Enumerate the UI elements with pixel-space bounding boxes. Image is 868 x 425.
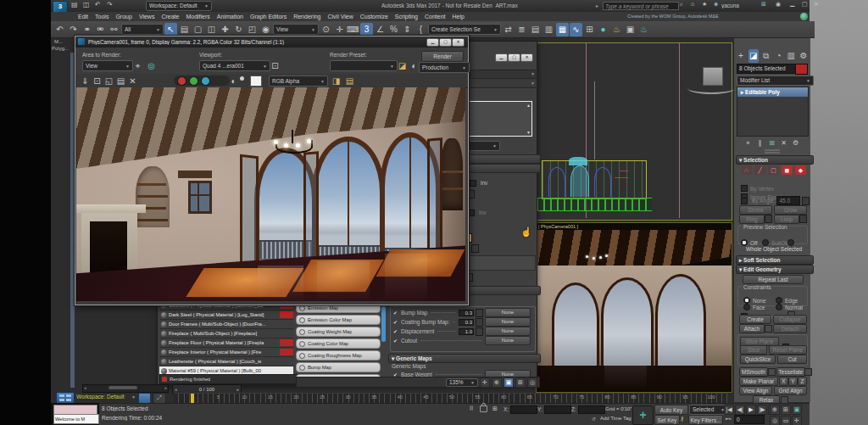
- viewport-label[interactable]: [ PhysCamera001 ]: [538, 224, 615, 229]
- use-pivot-center-icon[interactable]: ⊙: [320, 23, 332, 36]
- viewport-dropdown[interactable]: Quad 4 ...era001▼: [199, 60, 270, 71]
- show-end-result-icon[interactable]: ∥: [756, 138, 765, 148]
- render-setup-icon[interactable]: ♨: [610, 23, 623, 36]
- menu-item[interactable]: Views: [136, 12, 159, 21]
- rfw-close-button[interactable]: ✕: [452, 38, 465, 47]
- copy-image-icon[interactable]: ⊡: [91, 75, 103, 88]
- pin-stack-icon[interactable]: ⌖: [744, 138, 753, 148]
- subobject-polygon-icon[interactable]: ◼: [782, 165, 793, 175]
- modifier-stack[interactable]: ▸ Editable Poly: [737, 87, 809, 137]
- panel-divider-handle[interactable]: [765, 149, 780, 151]
- msmooth-button[interactable]: MSmooth: [739, 367, 768, 377]
- render-button[interactable]: Render: [421, 51, 464, 62]
- alpha-channel-icon[interactable]: [240, 76, 244, 81]
- make-planar-x-button[interactable]: X: [779, 377, 788, 386]
- green-channel-icon[interactable]: [189, 76, 198, 86]
- set-key-button[interactable]: Set Key: [654, 415, 680, 425]
- named-selection-sets-icon[interactable]: {: [415, 23, 427, 36]
- 3ds-max-logo-icon[interactable]: 3: [53, 1, 68, 13]
- select-and-place-icon[interactable]: ◉: [259, 23, 272, 36]
- repeat-last-button[interactable]: Repeat Last: [743, 275, 804, 284]
- ribbon-toggle-icon[interactable]: ▦: [556, 23, 569, 36]
- time-tag-icon[interactable]: ↺: [592, 416, 596, 422]
- chevron-down-icon[interactable]: ▼: [531, 81, 535, 86]
- key-filters-button[interactable]: Key Filters...: [688, 415, 723, 425]
- maxscript-listener-line[interactable]: Welcome to M: [53, 414, 99, 424]
- menu-item[interactable]: Animation: [214, 12, 247, 21]
- search-icon[interactable]: ⌕: [680, 1, 683, 8]
- loop-spinner[interactable]: [799, 215, 807, 223]
- tab-create-icon[interactable]: +: [736, 49, 746, 63]
- configure-modifier-sets-icon[interactable]: ⚙: [792, 138, 800, 148]
- map-amount-value[interactable]: 0.3: [459, 319, 474, 326]
- map-enabled-checkbox[interactable]: ✔: [393, 338, 399, 344]
- tab-utilities-icon[interactable]: ⚙: [798, 49, 809, 63]
- map-enabled-checkbox[interactable]: ✔: [393, 328, 399, 334]
- ribbon-tab-polygon[interactable]: Polyg...: [52, 46, 74, 51]
- quickslice-button[interactable]: QuickSlice: [740, 355, 776, 364]
- tab-display-icon[interactable]: ▥: [786, 49, 796, 63]
- blue-channel-icon[interactable]: [201, 76, 210, 86]
- node-socket-icon[interactable]: [299, 317, 305, 323]
- object-name-field[interactable]: 8 Objects Selected: [737, 64, 796, 74]
- play-icon[interactable]: ▶: [746, 405, 756, 415]
- lock-icon[interactable]: [480, 405, 487, 412]
- open-file-icon[interactable]: ▤: [71, 1, 78, 8]
- pan-icon[interactable]: ✛: [480, 377, 490, 388]
- viewport-camera-shaded[interactable]: [ PhysCamera001 ]: [536, 222, 732, 393]
- workspace-status-label[interactable]: Workspace: Default: [76, 394, 132, 400]
- window-layout-icon[interactable]: [56, 392, 75, 404]
- node-view-scrollbar[interactable]: [381, 306, 386, 342]
- monochrome-icon[interactable]: ◖: [226, 75, 239, 88]
- rollout-soft-selection[interactable]: ▸ Soft Selection: [736, 255, 814, 265]
- zoom-region-icon[interactable]: ▣: [504, 377, 514, 388]
- by-angle-value[interactable]: 45.0: [776, 196, 800, 205]
- menu-item[interactable]: Scripting: [392, 12, 421, 21]
- make-unique-icon[interactable]: ⊞: [768, 138, 776, 148]
- scroll-left-icon[interactable]: ◂: [84, 385, 86, 390]
- inv-checkbox[interactable]: [468, 210, 475, 216]
- menu-item[interactable]: Edit: [75, 12, 92, 21]
- go-to-start-icon[interactable]: |◀: [724, 405, 734, 415]
- layer-explorer-icon[interactable]: ▥: [542, 23, 555, 36]
- cut-button[interactable]: Cut: [777, 355, 807, 364]
- menu-item[interactable]: Create: [158, 12, 182, 21]
- menu-item[interactable]: Tools: [92, 12, 112, 21]
- rollout-edit-geometry[interactable]: ▾ Edit Geometry: [736, 265, 814, 274]
- material-browser-row[interactable]: Fireplace ( Multi/Sub-Object ) [Fireplac…: [159, 329, 293, 338]
- tab-hierarchy-icon[interactable]: ⧉: [761, 49, 771, 63]
- menu-item[interactable]: Civil View: [324, 12, 356, 21]
- print-image-icon[interactable]: ▤: [114, 75, 127, 88]
- previous-frame-icon[interactable]: ◀|: [735, 405, 745, 415]
- scrollbar-thumb[interactable]: [108, 386, 137, 389]
- tab-motion-icon[interactable]: ◔: [774, 49, 784, 63]
- background-color-swatch[interactable]: [250, 75, 262, 87]
- material-browser-row[interactable]: Leatherette ( Physical Material ) [Couch…: [159, 357, 293, 366]
- ribbon-tab-modeling[interactable]: M...: [54, 39, 73, 44]
- zoom-extents-all-icon[interactable]: ◎: [770, 416, 780, 425]
- by-angle-checkbox[interactable]: [741, 198, 748, 204]
- clear-image-icon[interactable]: ✕: [126, 75, 139, 88]
- current-frame-field[interactable]: 0: [734, 415, 765, 424]
- subobject-border-icon[interactable]: ▢: [768, 165, 779, 175]
- node-socket-icon[interactable]: [299, 305, 305, 311]
- set-key-icon[interactable]: ⚷: [680, 416, 684, 422]
- material-browser-row[interactable]: Fireplace Interior ( Physical Material )…: [159, 348, 293, 357]
- zoom-selected-icon[interactable]: ◎: [527, 377, 537, 388]
- rfw-maximize-button[interactable]: ▢: [439, 38, 452, 47]
- stack-item-editable-poly[interactable]: ▸ Editable Poly: [737, 87, 808, 97]
- minimize-button[interactable]: ▁: [790, 0, 794, 7]
- area-to-render-dropdown[interactable]: View▼: [82, 60, 133, 71]
- map-none-button[interactable]: None: [485, 308, 531, 317]
- slate-maximize-button[interactable]: ▢: [508, 53, 520, 62]
- spinner[interactable]: [471, 244, 479, 253]
- node-socket-icon[interactable]: [299, 365, 305, 371]
- zoom-extents-icon[interactable]: ▣: [792, 405, 802, 415]
- tessellate-button[interactable]: Tessellate: [776, 367, 805, 377]
- material-browser-row[interactable]: Door Frames ( Multi/Sub-Object ) [DoorFr…: [159, 320, 293, 329]
- create-button[interactable]: Create: [739, 315, 771, 324]
- auto-key-button[interactable]: Auto Key: [654, 405, 688, 415]
- help-icon[interactable]: ◉: [776, 1, 781, 8]
- material-editor-icon[interactable]: ●: [597, 23, 609, 36]
- bind-to-space-warp-icon[interactable]: ⚯: [108, 23, 120, 36]
